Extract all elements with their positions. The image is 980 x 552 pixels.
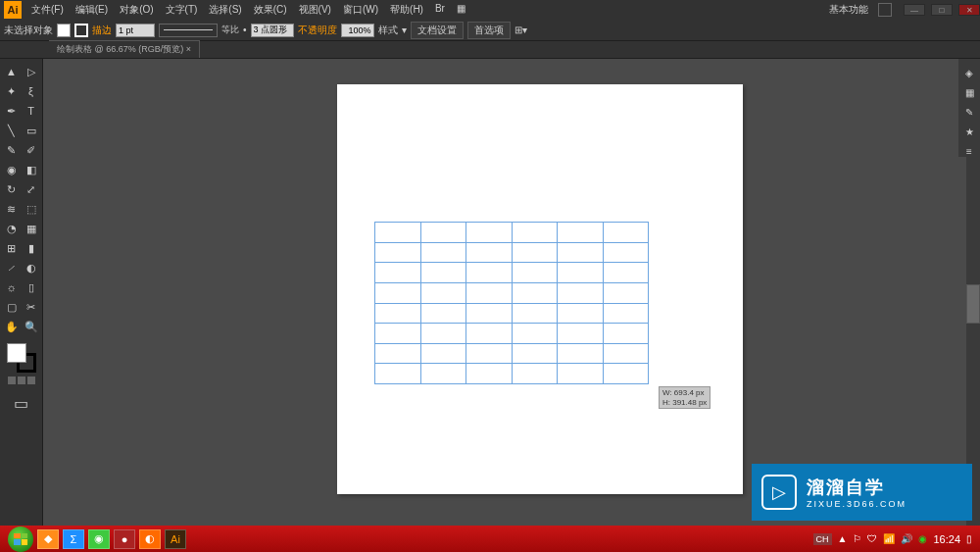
panel-brushes-icon[interactable]: ✎	[962, 106, 976, 118]
stroke-weight-input[interactable]	[116, 24, 155, 37]
blend-tool[interactable]: ◐	[23, 259, 40, 276]
pen-tool[interactable]: ✒	[3, 102, 21, 120]
watermark-title: 溜溜自学	[807, 476, 906, 499]
side-panel-collapsed: ◈ ▦ ✎ ★ ≡	[958, 59, 980, 157]
canvas-area[interactable]: W: 693.4 px H: 391.48 px ◈ ▦ ✎ ★ ≡	[43, 59, 980, 529]
rectangular-grid-object[interactable]	[374, 222, 649, 384]
titlebar: Ai 文件(F) 编辑(E) 对象(O) 文字(T) 选择(S) 效果(C) 视…	[0, 0, 980, 20]
show-desktop[interactable]: ▯	[966, 533, 972, 544]
brush-input[interactable]	[251, 24, 294, 37]
doc-setup-button[interactable]: 文档设置	[411, 22, 464, 39]
workspace-menu[interactable]: 基本功能	[823, 1, 874, 19]
rotate-tool[interactable]: ↻	[3, 180, 21, 198]
tray-up-icon[interactable]: ▲	[838, 533, 848, 544]
align-icon[interactable]: ⊞▾	[514, 25, 527, 35]
document-tabbar: 绘制表格 @ 66.67% (RGB/预览) ×	[0, 41, 980, 59]
direct-select-tool[interactable]: ▷	[23, 63, 40, 80]
panel-swatches-icon[interactable]: ▦	[962, 86, 976, 98]
window-close[interactable]: ✕	[958, 4, 980, 16]
app-logo: Ai	[4, 1, 22, 19]
dimension-tooltip: W: 693.4 px H: 391.48 px	[659, 386, 710, 409]
shape-builder-tool[interactable]: ◔	[3, 220, 21, 237]
menu-window[interactable]: 窗口(W)	[337, 0, 384, 20]
tooltip-width: W: 693.4 px	[662, 388, 707, 398]
blob-brush-tool[interactable]: ◉	[3, 161, 21, 178]
watermark-play-icon: ▷	[761, 475, 797, 510]
stroke-swatch[interactable]	[74, 24, 88, 37]
window-minimize[interactable]: —	[904, 4, 925, 16]
menu-file[interactable]: 文件(F)	[25, 0, 70, 20]
magic-wand-tool[interactable]: ✦	[3, 82, 21, 100]
taskbar-wechat-icon[interactable]: ◉	[88, 529, 110, 549]
gradient-tool[interactable]: ▮	[23, 239, 40, 257]
windows-taskbar: ◆ Σ ◉ ● ◐ Ai CH ▲ ⚐ 🛡 📶 🔊 ◉ 16:24 ▯	[0, 526, 980, 552]
fill-color[interactable]	[7, 343, 26, 363]
menu-effect[interactable]: 效果(C)	[248, 0, 293, 20]
draw-mode-icons[interactable]	[8, 376, 35, 384]
perspective-tool[interactable]: ▦	[23, 220, 40, 237]
slice-tool[interactable]: ✂	[23, 298, 40, 316]
prefs-button[interactable]: 首选项	[467, 22, 511, 39]
paintbrush-tool[interactable]: ✎	[3, 141, 21, 159]
width-tool[interactable]: ≋	[3, 200, 21, 218]
menubar: 文件(F) 编辑(E) 对象(O) 文字(T) 选择(S) 效果(C) 视图(V…	[25, 0, 471, 20]
control-bar: 未选择对象 描边 等比 • 不透明度 样式 ▾ 文档设置 首选项 ⊞▾	[0, 20, 980, 41]
main-area: ▲▷ ✦ξ ✒T ╲▭ ✎✐ ◉◧ ↻⤢ ≋⬚ ◔▦ ⊞▮ ⟋◐ ☼▯ ▢✂ ✋…	[0, 59, 980, 529]
tray-q-icon[interactable]: ◉	[918, 533, 927, 544]
opacity-label: 不透明度	[298, 24, 337, 37]
menu-bridge-icon[interactable]: Br	[429, 0, 451, 20]
mesh-tool[interactable]: ⊞	[3, 239, 21, 257]
taskbar-firefox-icon[interactable]: ◐	[139, 529, 161, 549]
document-tab[interactable]: 绘制表格 @ 66.67% (RGB/预览) ×	[49, 40, 200, 58]
menu-grid-icon[interactable]: ▦	[451, 0, 471, 20]
zoom-tool[interactable]: 🔍	[23, 318, 40, 335]
taskbar-app1-icon[interactable]: ◆	[37, 529, 59, 549]
fill-swatch[interactable]	[57, 24, 71, 37]
free-transform-tool[interactable]: ⬚	[23, 200, 40, 218]
tray-network-icon[interactable]: 📶	[883, 533, 895, 544]
grid-table	[374, 222, 649, 384]
tool-panel: ▲▷ ✦ξ ✒T ╲▭ ✎✐ ◉◧ ↻⤢ ≋⬚ ◔▦ ⊞▮ ⟋◐ ☼▯ ▢✂ ✋…	[0, 59, 43, 529]
start-button[interactable]	[8, 527, 33, 552]
window-maximize[interactable]: □	[931, 4, 953, 16]
menu-select[interactable]: 选择(S)	[203, 0, 247, 20]
scale-tool[interactable]: ⤢	[23, 180, 40, 198]
panel-stroke-icon[interactable]: ≡	[962, 145, 976, 157]
menu-edit[interactable]: 编辑(E)	[70, 0, 114, 20]
tray-flag-icon[interactable]: ⚐	[853, 533, 861, 544]
symbol-sprayer-tool[interactable]: ☼	[3, 278, 21, 296]
artboard-tool[interactable]: ▢	[3, 298, 21, 316]
menu-help[interactable]: 帮助(H)	[384, 0, 429, 20]
taskbar-illustrator-icon[interactable]: Ai	[165, 529, 186, 549]
stroke-label: 描边	[92, 24, 112, 37]
type-tool[interactable]: T	[23, 102, 40, 120]
panel-symbols-icon[interactable]: ★	[962, 125, 976, 137]
search-icon[interactable]	[878, 3, 892, 17]
menu-view[interactable]: 视图(V)	[293, 0, 337, 20]
tray-volume-icon[interactable]: 🔊	[901, 533, 912, 544]
rectangle-tool[interactable]: ▭	[23, 122, 40, 139]
style-label: 样式	[378, 24, 398, 37]
taskbar-app2-icon[interactable]: Σ	[63, 529, 84, 549]
selection-tool[interactable]: ▲	[3, 63, 21, 80]
scroll-thumb-vertical[interactable]	[966, 284, 980, 324]
eyedropper-tool[interactable]: ⟋	[3, 259, 21, 276]
tray-shield-icon[interactable]: 🛡	[867, 533, 877, 544]
opacity-input[interactable]	[341, 24, 374, 37]
panel-color-icon[interactable]: ◈	[962, 67, 976, 78]
stroke-preview[interactable]	[159, 24, 218, 37]
graph-tool[interactable]: ▯	[23, 278, 40, 296]
eraser-tool[interactable]: ◧	[23, 161, 40, 178]
menu-type[interactable]: 文字(T)	[160, 0, 204, 20]
color-swatches[interactable]	[7, 343, 36, 373]
menu-object[interactable]: 对象(O)	[114, 0, 159, 20]
taskbar-app4-icon[interactable]: ●	[114, 529, 135, 549]
pencil-tool[interactable]: ✐	[23, 141, 40, 159]
hand-tool[interactable]: ✋	[3, 318, 21, 335]
taskbar-clock[interactable]: 16:24	[933, 533, 960, 545]
ime-indicator[interactable]: CH	[813, 533, 832, 545]
lasso-tool[interactable]: ξ	[23, 82, 40, 100]
tooltip-height: H: 391.48 px	[662, 398, 707, 408]
screen-mode-icon[interactable]: ▭	[13, 394, 30, 412]
line-tool[interactable]: ╲	[3, 122, 21, 139]
